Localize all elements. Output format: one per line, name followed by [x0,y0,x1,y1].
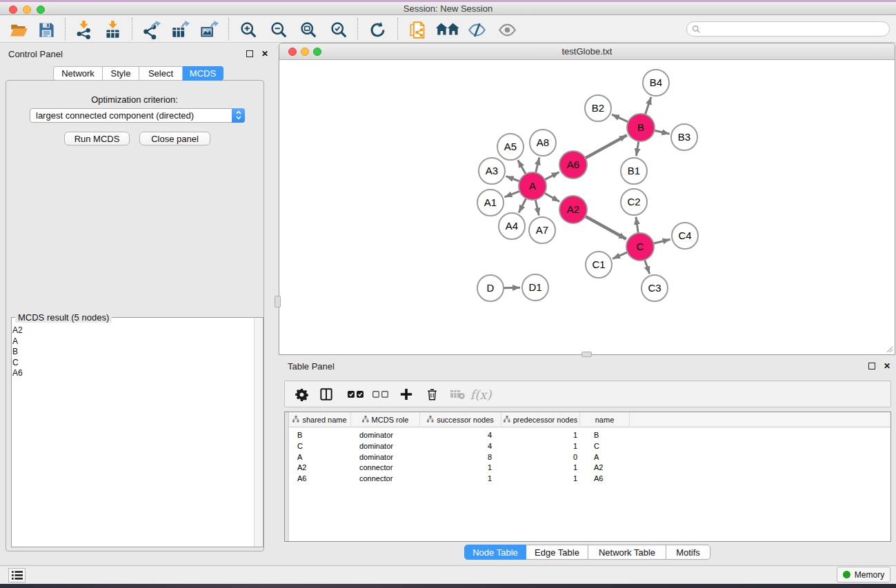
node-B1[interactable]: B1 [621,158,647,184]
cell-predecessor-nodes[interactable]: 1 [501,462,580,473]
edge-C-C3[interactable] [645,260,650,274]
refresh-view-button[interactable] [366,19,388,41]
table-row[interactable]: A6connector11A6 [289,473,890,484]
cell-name[interactable]: A6 [580,473,630,484]
zoom-in-button[interactable] [237,19,259,41]
split-divider-grip[interactable] [275,296,281,307]
select-all-rows-button[interactable] [346,386,366,403]
cell-predecessor-nodes[interactable]: 0 [501,452,580,463]
cell-successor-nodes[interactable]: 8 [420,452,501,463]
node-A7[interactable]: A7 [529,217,555,243]
close-panel-icon[interactable]: ✕ [261,50,268,57]
table-row[interactable]: Bdominator41B [289,429,890,440]
node-C1[interactable]: C1 [586,252,612,278]
delete-table-button[interactable] [448,386,466,403]
home-layout-button[interactable] [434,19,460,41]
close-panel-icon[interactable]: ✕ [884,363,890,369]
minimize-window-button[interactable] [23,6,31,14]
tab-edge-table[interactable]: Edge Table [526,545,588,560]
float-panel-icon[interactable] [868,363,875,369]
zoom-selected-button[interactable] [328,19,350,41]
close-panel-button[interactable]: Close panel [139,132,210,145]
cell-shared-name[interactable]: A2 [289,462,351,473]
hide-graphics-details-button[interactable] [466,19,488,41]
node-C[interactable]: C [626,233,654,261]
delete-rows-button[interactable] [423,386,441,403]
cell-mcds-role[interactable]: dominator [351,440,420,452]
save-session-button[interactable] [35,19,57,41]
edge-B-B4[interactable] [645,97,651,114]
criterion-dropdown[interactable]: largest connected component (directed) [30,108,245,123]
cell-shared-name[interactable]: A [289,452,351,463]
mcds-result-item[interactable]: A6 [12,368,250,379]
edge-A-A1[interactable] [504,191,519,197]
node-B2[interactable]: B2 [585,95,611,121]
search-input[interactable] [701,24,889,34]
table-row[interactable]: Adominator80A [289,452,890,463]
cell-successor-nodes[interactable]: 4 [420,440,501,452]
tab-network-table[interactable]: Network Table [588,545,666,560]
node-A1[interactable]: A1 [477,190,504,216]
add-column-button[interactable] [317,386,335,403]
show-task-history-button[interactable] [8,568,26,582]
node-A[interactable]: A [519,172,546,200]
cell-name[interactable]: A [580,452,630,463]
mcds-result-item[interactable]: C [12,358,250,369]
split-divider-grip[interactable] [581,352,592,357]
edge-A-A5[interactable] [518,160,526,174]
column-header-successor-nodes[interactable]: successor nodes [420,412,501,427]
edge-A-A8[interactable] [536,157,539,172]
edge-A-A6[interactable] [545,172,559,180]
mcds-result-scrollbar[interactable] [254,318,262,547]
close-window-button[interactable] [9,6,17,14]
tab-network[interactable]: Network [53,66,103,81]
float-panel-icon[interactable] [246,50,253,57]
tab-select[interactable]: Select [139,66,183,81]
cell-predecessor-nodes[interactable]: 1 [501,440,580,452]
tab-style[interactable]: Style [103,66,139,81]
open-session-button[interactable] [8,19,30,41]
edge-A-A4[interactable] [519,199,526,213]
deselect-all-rows-button[interactable] [370,386,391,403]
tab-mcds[interactable]: MCDS [183,66,223,81]
node-D1[interactable]: D1 [522,274,548,301]
edge-B-B3[interactable] [655,130,670,134]
new-network-from-file-button[interactable] [406,19,428,41]
cell-shared-name[interactable]: C [289,440,351,452]
cell-successor-nodes[interactable]: 1 [420,462,501,473]
edge-C-C4[interactable] [653,239,670,243]
edge-A2-C[interactable] [585,216,626,239]
node-B3[interactable]: B3 [671,124,697,150]
export-image-button[interactable] [198,19,220,41]
mcds-result-item[interactable]: B [12,347,250,358]
export-network-button[interactable] [140,19,162,41]
node-B4[interactable]: B4 [643,70,669,96]
node-C4[interactable]: C4 [672,223,698,249]
node-B[interactable]: B [627,114,655,141]
cell-predecessor-nodes[interactable]: 1 [501,473,580,484]
zoom-out-button[interactable] [268,19,290,41]
table-row[interactable]: Cdominator41C [289,440,890,452]
cell-mcds-role[interactable]: connector [351,462,420,473]
column-header-name[interactable]: name [580,412,630,427]
tab-node-table[interactable]: Node Table [464,545,526,560]
edge-A6-B[interactable] [586,135,627,158]
function-builder-button[interactable]: f(x) [469,386,492,403]
cell-name[interactable]: A2 [580,462,630,473]
cell-successor-nodes[interactable]: 1 [420,473,501,484]
network-zoom-button[interactable] [313,48,321,56]
column-header-predecessor-nodes[interactable]: predecessor nodes [501,412,580,427]
cell-shared-name[interactable]: B [289,429,351,440]
cell-name[interactable]: B [580,429,630,440]
zoom-fit-button[interactable] [297,19,319,41]
tab-motifs[interactable]: Motifs [666,545,710,560]
edge-B-B1[interactable] [636,141,638,156]
column-header-shared-name[interactable]: shared name [289,412,351,427]
add-row-button[interactable] [397,386,415,403]
cell-mcds-role[interactable]: connector [351,473,420,484]
network-close-button[interactable] [288,48,297,56]
zoom-window-button[interactable] [37,6,45,14]
export-table-button[interactable] [169,19,191,41]
node-A2[interactable]: A2 [559,196,587,223]
network-minimize-button[interactable] [301,48,309,56]
